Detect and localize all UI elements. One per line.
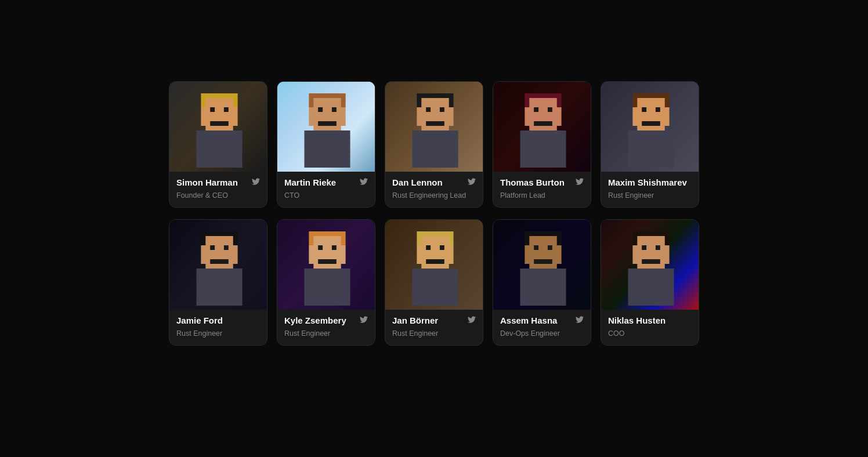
dan-lennon-image [385,82,483,172]
niklas-husten-info: Niklas HustenCOO [601,310,699,345]
jamie-ford-info: Jamie FordRust Engineer [169,310,267,345]
simon-harman-name: Simon Harman [176,177,238,187]
kyle-zsembery-twitter-icon[interactable] [360,315,368,325]
jamie-ford-name: Jamie Ford [176,315,223,325]
team-card-martin-rieke: Martin RiekeCTO [277,81,375,208]
martin-rieke-image [277,82,375,172]
thomas-burton-image [493,82,591,172]
assem-hasna-name-row: Assem Hasna [500,315,584,325]
kyle-zsembery-role: Rust Engineer [284,329,330,338]
jan-borner-avatar [385,220,483,310]
maxim-shishmarev-name: Maxim Shishmarev [608,177,687,187]
niklas-husten-role: COO [608,329,624,338]
thomas-burton-name: Thomas Burton [500,177,565,187]
thomas-burton-role: Platform Lead [500,191,545,200]
team-card-kyle-zsembery: Kyle ZsemberyRust Engineer [277,219,375,346]
maxim-shishmarev-image [601,82,699,172]
simon-harman-info: Simon HarmanFounder & CEO [169,172,267,207]
kyle-zsembery-info: Kyle ZsemberyRust Engineer [277,310,375,345]
martin-rieke-name: Martin Rieke [284,177,336,187]
team-card-jan-borner: Jan BörnerRust Engineer [385,219,483,346]
assem-hasna-info: Assem HasnaDev-Ops Engineer [493,310,591,345]
maxim-shishmarev-avatar [601,82,699,172]
dan-lennon-twitter-icon[interactable] [468,177,476,187]
kyle-zsembery-name-row: Kyle Zsembery [284,315,368,325]
jan-borner-twitter-icon[interactable] [468,315,476,325]
thomas-burton-name-row: Thomas Burton [500,177,584,187]
maxim-shishmarev-role: Rust Engineer [608,191,654,200]
team-row-1: Simon HarmanFounder & CEOMartin RiekeCTO… [167,81,701,208]
jan-borner-name: Jan Börner [392,315,438,325]
maxim-shishmarev-name-row: Maxim Shishmarev [608,177,692,187]
jamie-ford-image [169,220,267,310]
kyle-zsembery-name: Kyle Zsembery [284,315,346,325]
assem-hasna-twitter-icon[interactable] [576,315,584,325]
assem-hasna-name: Assem Hasna [500,315,557,325]
assem-hasna-avatar [493,220,591,310]
martin-rieke-role: CTO [284,191,299,200]
niklas-husten-name: Niklas Husten [608,315,666,325]
dan-lennon-avatar [385,82,483,172]
niklas-husten-image [601,220,699,310]
jamie-ford-name-row: Jamie Ford [176,315,260,325]
team-card-simon-harman: Simon HarmanFounder & CEO [169,81,267,208]
dan-lennon-name-row: Dan Lennon [392,177,476,187]
simon-harman-role: Founder & CEO [176,191,228,200]
team-card-dan-lennon: Dan LennonRust Engineering Lead [385,81,483,208]
simon-harman-avatar [169,82,267,172]
dan-lennon-name: Dan Lennon [392,177,443,187]
martin-rieke-info: Martin RiekeCTO [277,172,375,207]
team-row-2: Jamie FordRust EngineerKyle ZsemberyRust… [167,219,701,346]
jan-borner-role: Rust Engineer [392,329,438,338]
team-card-assem-hasna: Assem HasnaDev-Ops Engineer [493,219,591,346]
simon-harman-name-row: Simon Harman [176,177,260,187]
dan-lennon-role: Rust Engineering Lead [392,191,466,200]
jamie-ford-avatar [169,220,267,310]
dan-lennon-info: Dan LennonRust Engineering Lead [385,172,483,207]
team-card-jamie-ford: Jamie FordRust Engineer [169,219,267,346]
simon-harman-twitter-icon[interactable] [252,177,260,187]
team-card-maxim-shishmarev: Maxim ShishmarevRust Engineer [601,81,699,208]
simon-harman-image [169,82,267,172]
kyle-zsembery-image [277,220,375,310]
kyle-zsembery-avatar [277,220,375,310]
assem-hasna-image [493,220,591,310]
thomas-burton-avatar [493,82,591,172]
assem-hasna-role: Dev-Ops Engineer [500,329,560,338]
jan-borner-info: Jan BörnerRust Engineer [385,310,483,345]
niklas-husten-name-row: Niklas Husten [608,315,692,325]
jan-borner-name-row: Jan Börner [392,315,476,325]
team-card-thomas-burton: Thomas BurtonPlatform Lead [493,81,591,208]
team-grid: Simon HarmanFounder & CEOMartin RiekeCTO… [167,81,701,346]
jan-borner-image [385,220,483,310]
thomas-burton-twitter-icon[interactable] [576,177,584,187]
martin-rieke-twitter-icon[interactable] [360,177,368,187]
martin-rieke-name-row: Martin Rieke [284,177,368,187]
martin-rieke-avatar [277,82,375,172]
team-card-niklas-husten: Niklas HustenCOO [601,219,699,346]
jamie-ford-role: Rust Engineer [176,329,222,338]
thomas-burton-info: Thomas BurtonPlatform Lead [493,172,591,207]
niklas-husten-avatar [601,220,699,310]
maxim-shishmarev-info: Maxim ShishmarevRust Engineer [601,172,699,207]
